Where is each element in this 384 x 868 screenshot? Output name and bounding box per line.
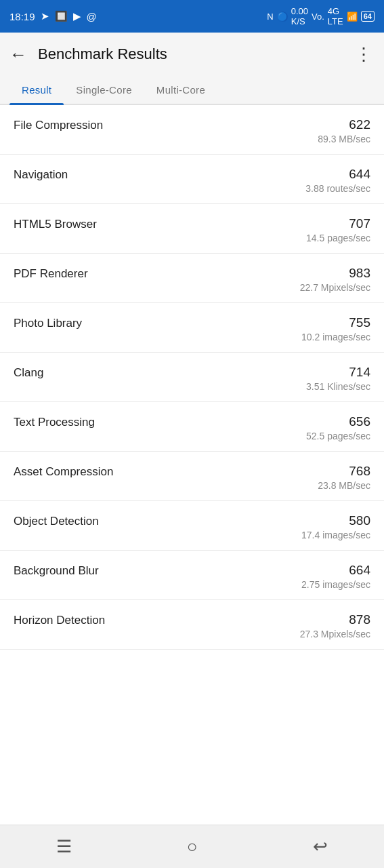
status-right: N 🔵 0.00K/S Vo. 4GLTE 📶 64: [267, 6, 375, 26]
benchmark-result: 983 22.7 Mpixels/sec: [300, 266, 370, 293]
table-row: Navigation 644 3.88 routes/sec: [0, 155, 384, 204]
benchmark-score: 707: [306, 216, 370, 231]
benchmark-unit: 27.3 Mpixels/sec: [300, 629, 370, 639]
status-left: 18:19 ➤ 🔲 ▶ @: [9, 10, 97, 22]
home-button[interactable]: ○: [172, 836, 213, 857]
benchmark-result: 768 23.8 MB/sec: [318, 464, 370, 491]
benchmark-content: File Compression 622 89.3 MB/sec Navigat…: [0, 105, 384, 693]
tabs-bar: Result Single-Core Multi-Core: [0, 76, 384, 105]
benchmark-name: Clang: [14, 365, 43, 380]
table-row: Clang 714 3.51 Klines/sec: [0, 353, 384, 402]
benchmark-score: 664: [301, 563, 370, 578]
benchmark-name: Text Processing: [14, 414, 95, 429]
benchmark-name: Asset Compression: [14, 464, 113, 479]
benchmark-result: 664 2.75 images/sec: [301, 563, 370, 590]
email-icon: @: [87, 11, 97, 22]
more-options-button[interactable]: ⋮: [353, 44, 375, 65]
benchmark-unit: 3.88 routes/sec: [305, 183, 370, 194]
benchmark-name: Navigation: [14, 167, 68, 182]
time-display: 18:19: [9, 11, 35, 22]
benchmark-result: 622 89.3 MB/sec: [318, 117, 370, 144]
benchmark-score: 644: [305, 167, 370, 182]
benchmark-name: Photo Library: [14, 315, 82, 330]
table-row: Asset Compression 768 23.8 MB/sec: [0, 452, 384, 501]
benchmark-unit: 22.7 Mpixels/sec: [300, 282, 370, 293]
benchmark-result: 878 27.3 Mpixels/sec: [300, 612, 370, 639]
benchmark-score: 983: [300, 266, 370, 281]
benchmark-unit: 2.75 images/sec: [301, 579, 370, 590]
benchmark-name: Object Detection: [14, 513, 99, 528]
back-nav-button[interactable]: ↩: [300, 836, 341, 857]
benchmark-result: 714 3.51 Klines/sec: [306, 365, 370, 392]
benchmark-score: 714: [306, 365, 370, 380]
table-row: File Compression 622 89.3 MB/sec: [0, 105, 384, 155]
bottom-navigation: ☰ ○ ↩: [0, 825, 384, 868]
table-row: PDF Renderer 983 22.7 Mpixels/sec: [0, 254, 384, 303]
status-bar: 18:19 ➤ 🔲 ▶ @ N 🔵 0.00K/S Vo. 4GLTE 📶 64: [0, 0, 384, 33]
benchmark-result: 644 3.88 routes/sec: [305, 167, 370, 194]
table-row: HTML5 Browser 707 14.5 pages/sec: [0, 204, 384, 254]
voip-icon: Vo.: [312, 12, 324, 22]
table-row: Object Detection 580 17.4 images/sec: [0, 501, 384, 551]
benchmark-score: 580: [301, 513, 370, 528]
benchmark-result: 656 52.5 pages/sec: [306, 414, 370, 441]
menu-button[interactable]: ☰: [44, 836, 85, 857]
benchmark-unit: 23.8 MB/sec: [318, 480, 370, 491]
tab-result[interactable]: Result: [9, 76, 64, 104]
benchmark-result: 707 14.5 pages/sec: [306, 216, 370, 243]
back-button[interactable]: ←: [9, 44, 27, 65]
benchmark-result: 755 10.2 images/sec: [301, 315, 370, 342]
benchmark-unit: 14.5 pages/sec: [306, 233, 370, 243]
tab-multi-core[interactable]: Multi-Core: [144, 76, 217, 104]
send-icon: ➤: [41, 10, 49, 22]
table-row: Text Processing 656 52.5 pages/sec: [0, 402, 384, 452]
benchmark-name: Background Blur: [14, 563, 99, 578]
benchmark-list: File Compression 622 89.3 MB/sec Navigat…: [0, 105, 384, 650]
youtube-icon: ▶: [73, 10, 81, 22]
benchmark-name: File Compression: [14, 117, 103, 132]
table-row: Background Blur 664 2.75 images/sec: [0, 551, 384, 600]
notifications-icon: 🔲: [55, 10, 68, 22]
benchmark-result: 580 17.4 images/sec: [301, 513, 370, 540]
nfc-icon: N: [267, 12, 273, 22]
signal-icon: 📶: [347, 12, 358, 22]
benchmark-unit: 10.2 images/sec: [301, 332, 370, 342]
benchmark-score: 656: [306, 414, 370, 429]
benchmark-score: 755: [301, 315, 370, 330]
benchmark-unit: 52.5 pages/sec: [306, 431, 370, 441]
bluetooth-icon: 🔵: [277, 12, 288, 22]
benchmark-unit: 89.3 MB/sec: [318, 134, 370, 144]
lte-icon: 4GLTE: [328, 6, 343, 26]
table-row: Horizon Detection 878 27.3 Mpixels/sec: [0, 600, 384, 650]
benchmark-name: HTML5 Browser: [14, 216, 97, 231]
benchmark-score: 878: [300, 612, 370, 627]
benchmark-name: PDF Renderer: [14, 266, 88, 281]
benchmark-unit: 3.51 Klines/sec: [306, 381, 370, 392]
tab-single-core[interactable]: Single-Core: [64, 76, 144, 104]
table-row: Photo Library 755 10.2 images/sec: [0, 303, 384, 353]
speed-display: 0.00K/S: [291, 6, 308, 26]
benchmark-score: 622: [318, 117, 370, 132]
battery-display: 64: [361, 11, 375, 22]
benchmark-unit: 17.4 images/sec: [301, 530, 370, 540]
benchmark-score: 768: [318, 464, 370, 479]
page-title: Benchmark Results: [38, 45, 342, 63]
toolbar: ← Benchmark Results ⋮: [0, 33, 384, 76]
benchmark-name: Horizon Detection: [14, 612, 105, 627]
